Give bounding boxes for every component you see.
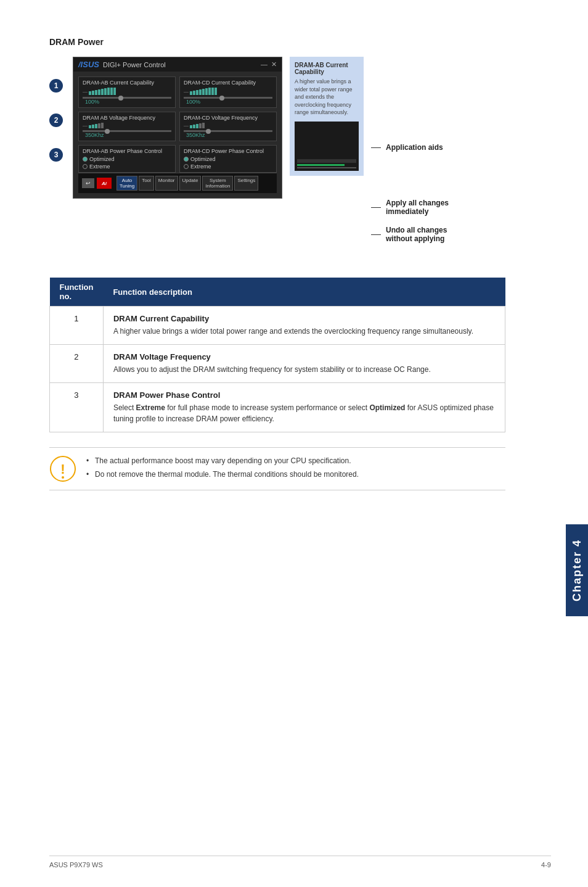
cd-current-bar-row: —: [184, 88, 272, 95]
func-desc-3: Select Extreme for full phase mode to in…: [113, 403, 494, 423]
cd-extreme-label: Extreme: [190, 163, 211, 170]
ab-current-value: 100%: [85, 99, 171, 105]
cd-current-bar: [190, 88, 217, 95]
digi-window: /ISUS DIGI+ Power Control — ✕ DRAM-AB Cu…: [73, 57, 282, 199]
cd-extreme-radio[interactable]: [184, 164, 189, 169]
digi-title: DIGI+ Power Control: [103, 61, 166, 68]
cd-voltage-bar: [190, 123, 205, 128]
ab-voltage-slider[interactable]: [83, 130, 171, 132]
ab-phase-title: DRAM-AB Power Phase Control: [83, 148, 171, 154]
ab-optimized-radio[interactable]: [83, 157, 88, 162]
ab-voltage-panel: DRAM AB Voltage Frequency —: [78, 112, 176, 141]
page-footer: ASUS P9X79 WS 4-9: [49, 856, 551, 868]
cd-phase-options: Optimized Extreme: [184, 156, 272, 170]
ab-current-bar-row: —: [83, 88, 171, 95]
digi-titlebar: /ISUS DIGI+ Power Control — ✕: [73, 57, 282, 72]
cd-phase-panel: DRAM-CD Power Phase Control Optimized Ex…: [179, 145, 277, 173]
note-bullets: The actual performance boost may vary de…: [86, 455, 359, 482]
func-desc-cell-1: DRAM Current Capability A higher value b…: [103, 307, 505, 345]
ab-voltage-title: DRAM AB Voltage Frequency: [83, 115, 171, 121]
cd-optimized-label: Optimized: [190, 156, 216, 162]
ab-current-title: DRAM-AB Current Capability: [83, 80, 171, 86]
nav-monitor[interactable]: Monitor: [155, 176, 178, 191]
cd-voltage-slider[interactable]: [184, 130, 272, 132]
number-circle-2: 2: [49, 113, 63, 127]
ab-phase-extreme[interactable]: Extreme: [83, 163, 171, 170]
ab-extreme-radio[interactable]: [83, 164, 88, 169]
col2-header: Function description: [103, 278, 505, 307]
func-name-1: DRAM Current Capability: [113, 314, 495, 323]
cd-current-slider[interactable]: [184, 97, 272, 99]
help-panel-text: A higher value brings a wider total powe…: [295, 78, 359, 117]
digi-panels-grid: DRAM-AB Current Capability —: [78, 76, 277, 173]
func-desc-cell-2: DRAM Voltage Frequency Allows you to adj…: [103, 345, 505, 383]
ab-voltage-bar-row: —: [83, 123, 171, 128]
cd-phase-extreme[interactable]: Extreme: [184, 163, 272, 170]
right-callouts: Application aids Apply all changesimmedi…: [371, 57, 449, 253]
chapter-tab: Chapter 4: [566, 524, 588, 616]
close-icon[interactable]: ✕: [271, 60, 277, 68]
ab-voltage-bar: [89, 123, 104, 128]
cd-current-panel: DRAM-CD Current Capability —: [179, 76, 277, 108]
callout-line-1: [371, 147, 381, 148]
digi-body: DRAM-AB Current Capability —: [73, 72, 282, 198]
func-number-2: 2: [50, 345, 104, 383]
minimize-icon[interactable]: —: [261, 60, 267, 68]
preview-image: [295, 122, 359, 171]
warning-icon: !: [49, 455, 76, 482]
nav-settings[interactable]: Settings: [234, 176, 258, 191]
digi-titlebar-logo: /ISUS DIGI+ Power Control: [78, 60, 166, 69]
apply-all-callout: Apply all changesimmediately: [371, 199, 449, 216]
footer-product: ASUS P9X79 WS: [49, 861, 103, 868]
ab-phase-panel: DRAM-AB Power Phase Control Optimized Ex…: [78, 145, 176, 173]
col1-header: Function no.: [50, 278, 104, 307]
undo-all-callout: Undo all changeswithout applying: [371, 226, 449, 243]
cd-phase-title: DRAM-CD Power Phase Control: [184, 148, 272, 154]
func-number-3: 3: [50, 383, 104, 432]
section-title: DRAM Power: [49, 37, 505, 47]
cd-current-value: 100%: [186, 99, 272, 105]
function-table: Function no. Function description 1 DRAM…: [49, 278, 505, 432]
digi-bottom-bar: ↩ Ai AutoTuning Tool Monitor Update Syst…: [78, 173, 277, 193]
help-panel-title: DRAM-AB Current Capability: [295, 62, 359, 75]
ab-current-slider[interactable]: [83, 97, 171, 99]
nav-auto-tuning[interactable]: AutoTuning: [116, 176, 137, 191]
apply-all-label: Apply all changesimmediately: [386, 199, 449, 216]
help-panel: DRAM-AB Current Capability A higher valu…: [290, 57, 364, 176]
number-circle-3: 3: [49, 148, 63, 162]
func-desc-cell-3: DRAM Power Phase Control Select Extreme …: [103, 383, 505, 432]
note-bullet-1: The actual performance boost may vary de…: [86, 455, 359, 466]
func-desc-1: A higher value brings a wider total powe…: [113, 327, 473, 336]
number-circle-1: 1: [49, 79, 63, 93]
asus-logo: /ISUS: [78, 60, 99, 69]
cd-voltage-title: DRAM-CD Voltage Frequency: [184, 115, 272, 121]
nav-system-info[interactable]: SystemInformation: [202, 176, 233, 191]
callout-line-2: [371, 207, 381, 208]
svg-text:!: !: [60, 461, 65, 477]
digi-nav: AutoTuning Tool Monitor Update SystemInf…: [116, 176, 258, 191]
note-bullet-2: Do not remove the thermal module. The th…: [86, 469, 359, 480]
table-row: 3 DRAM Power Phase Control Select Extrem…: [50, 383, 505, 432]
ab-phase-options: Optimized Extreme: [83, 156, 171, 170]
cd-voltage-bar-row: —: [184, 123, 272, 128]
cd-phase-optimized[interactable]: Optimized: [184, 156, 272, 162]
ab-voltage-value: 350Khz: [85, 132, 171, 138]
cd-optimized-radio[interactable]: [184, 157, 189, 162]
func-number-1: 1: [50, 307, 104, 345]
undo-button[interactable]: ↩: [82, 178, 94, 188]
nav-tool[interactable]: Tool: [139, 176, 154, 191]
func-name-2: DRAM Voltage Frequency: [113, 352, 495, 361]
callout-line-3: [371, 234, 381, 235]
cd-voltage-value: 350Khz: [186, 132, 272, 138]
nav-update[interactable]: Update: [179, 176, 202, 191]
asus-bottom-logo: Ai: [97, 178, 112, 189]
footer-page: 4-9: [541, 861, 551, 868]
digi-window-controls: — ✕: [261, 60, 277, 68]
application-aids-label: Application aids: [386, 143, 443, 152]
screenshot-wrapper: 1 2 3 /ISUS DIGI+ Power Control — ✕: [49, 57, 505, 253]
application-aids-callout: Application aids: [371, 143, 449, 152]
ab-current-bar: [89, 88, 116, 95]
ab-optimized-label: Optimized: [89, 156, 115, 162]
ab-phase-optimized[interactable]: Optimized: [83, 156, 171, 162]
note-box: ! The actual performance boost may vary …: [49, 447, 505, 490]
